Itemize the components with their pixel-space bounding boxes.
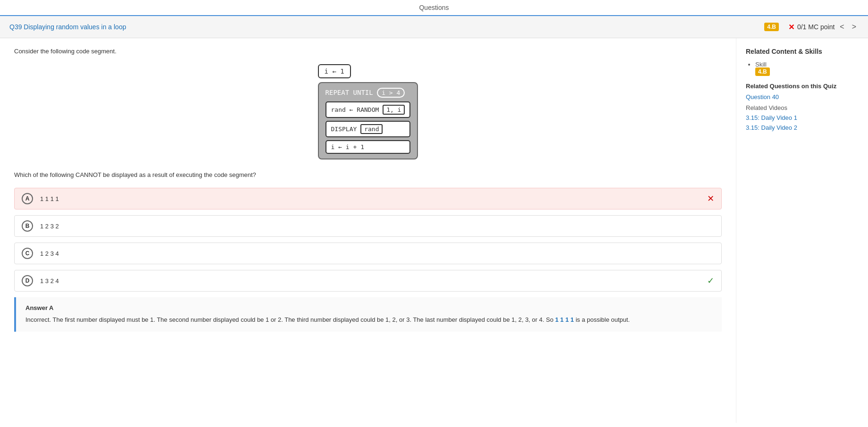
question-header: Q39 Displaying random values in a loop 4… bbox=[0, 16, 868, 38]
page-title: Questions bbox=[419, 4, 449, 11]
wrong-icon: ✕ bbox=[707, 193, 714, 204]
option-circle-c: C bbox=[22, 248, 33, 259]
sidebar-skill-badge: 4.B bbox=[755, 67, 770, 76]
score-wrong-icon: ✕ bbox=[788, 23, 794, 32]
line2-text: DISPLAY rand bbox=[331, 126, 383, 133]
score-value: 0/1 MC point bbox=[797, 23, 835, 31]
assign-text: i ← 1 bbox=[325, 67, 344, 75]
related-videos-title: Related Videos bbox=[746, 104, 859, 111]
option-d[interactable]: D1 3 2 4✓ bbox=[14, 270, 722, 292]
option-a[interactable]: A1 1 1 1✕ bbox=[14, 188, 722, 209]
option-text-c: 1 2 3 4 bbox=[40, 250, 714, 257]
line3-text: i ← i + 1 bbox=[331, 143, 364, 151]
option-circle-a: A bbox=[22, 193, 33, 204]
explanation-title: Answer A bbox=[25, 304, 712, 311]
related-content-title: Related Content & Skills bbox=[746, 48, 859, 55]
correct-icon: ✓ bbox=[707, 276, 714, 286]
question-text: Which of the following CANNOT be display… bbox=[14, 171, 722, 178]
sidebar-skills-section: Skill 4.B bbox=[746, 61, 859, 75]
loop-body: rand ← RANDOM 1, i DISPLAY rand i ← i + … bbox=[326, 101, 411, 154]
answer-explanation: Answer A Incorrect. The first number dis… bbox=[14, 297, 722, 332]
video1-link[interactable]: 3.15: Daily Video 1 bbox=[746, 114, 859, 121]
main-layout: Consider the following code segment. i ←… bbox=[0, 38, 868, 423]
option-circle-d: D bbox=[22, 275, 33, 286]
explanation-text: Incorrect. The first number displayed mu… bbox=[25, 315, 712, 325]
consider-text: Consider the following code segment. bbox=[14, 48, 722, 55]
assignment-line: i ← 1 bbox=[318, 64, 351, 78]
sidebar: Related Content & Skills Skill 4.B Relat… bbox=[736, 38, 868, 423]
score-info: ✕ 0/1 MC point < > bbox=[788, 22, 859, 32]
line1-text: rand ← RANDOM 1, i bbox=[331, 106, 405, 113]
question-title: Q39 Displaying random values in a loop bbox=[9, 23, 764, 31]
related-questions-title: Related Questions on this Quiz bbox=[746, 83, 859, 90]
loop-keyword: REPEAT UNTIL bbox=[326, 89, 373, 96]
loop-condition: i > 4 bbox=[377, 88, 405, 98]
option-text-b: 1 2 3 2 bbox=[40, 223, 714, 230]
options-container: A1 1 1 1✕B1 2 3 2C1 2 3 4D1 3 2 4✓ bbox=[14, 188, 722, 292]
option-c[interactable]: C1 2 3 4 bbox=[14, 243, 722, 264]
next-question-button[interactable]: > bbox=[850, 22, 859, 32]
skill-list: Skill 4.B bbox=[755, 61, 859, 75]
option-circle-b: B bbox=[22, 220, 33, 232]
related-question-link[interactable]: Question 40 bbox=[746, 93, 859, 100]
loop-line-3: i ← i + 1 bbox=[326, 140, 411, 154]
highlight-answer: 1 1 1 1 bbox=[555, 316, 574, 323]
line2-var: rand bbox=[360, 124, 383, 134]
loop-line-1: rand ← RANDOM 1, i bbox=[326, 101, 411, 118]
line1-vars: 1, i bbox=[383, 105, 405, 115]
code-diagram: i ← 1 REPEAT UNTIL i > 4 rand ← RANDOM 1… bbox=[14, 64, 722, 159]
loop-container: REPEAT UNTIL i > 4 rand ← RANDOM 1, i DI… bbox=[318, 82, 418, 159]
content-area: Consider the following code segment. i ←… bbox=[0, 38, 736, 423]
option-b[interactable]: B1 2 3 2 bbox=[14, 215, 722, 237]
option-text-d: 1 3 2 4 bbox=[40, 277, 714, 285]
repeat-header: REPEAT UNTIL i > 4 bbox=[326, 88, 411, 98]
skill-label: Skill bbox=[755, 61, 767, 68]
video2-link[interactable]: 3.15: Daily Video 2 bbox=[746, 124, 859, 131]
prev-question-button[interactable]: < bbox=[837, 22, 846, 32]
loop-line-2: DISPLAY rand bbox=[326, 121, 411, 137]
skill-list-item: Skill 4.B bbox=[755, 61, 859, 75]
page-title-bar: Questions bbox=[0, 0, 868, 16]
skill-badge-header: 4.B bbox=[764, 23, 779, 31]
option-text-a: 1 1 1 1 bbox=[40, 195, 714, 202]
code-outer: i ← 1 REPEAT UNTIL i > 4 rand ← RANDOM 1… bbox=[318, 64, 418, 159]
